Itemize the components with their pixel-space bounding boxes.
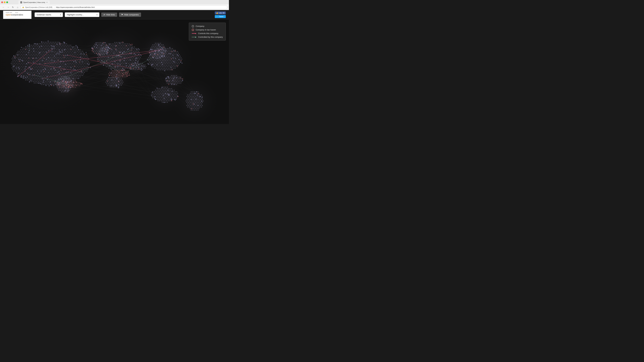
tax-haven-circle-icon xyxy=(192,29,194,31)
active-tab[interactable]: OpenCorporates | How comple... ✕ xyxy=(18,0,50,4)
hide-companies-button[interactable]: ⚑ Hide companies xyxy=(119,12,141,17)
legend-tax-haven: Company in tax haven xyxy=(192,28,223,31)
controls-arrow-icon: ▶ xyxy=(195,32,196,34)
home-button[interactable]: ⌂ xyxy=(16,5,20,9)
refresh-button[interactable]: ↻ xyxy=(11,5,15,9)
legend-company: Company xyxy=(192,25,223,27)
url-full: https://opencorporates.com/viz/financial… xyxy=(56,6,95,8)
nav-bar: ← → ↻ ⌂ 🔒 OpenCorporates (Chrinon Ltd) [… xyxy=(0,4,229,10)
logo-wordmark: opencorporates xyxy=(6,13,23,16)
app-header: Made with from opencorporates ..... Gold… xyxy=(0,10,229,19)
maximize-button[interactable] xyxy=(6,1,8,3)
logo-dots: ..... xyxy=(6,16,9,17)
header-controls: Goldman Sachs JPMorgan Chase Morgan Stan… xyxy=(34,11,226,18)
hide-companies-icon: ⚑ xyxy=(121,13,123,16)
browser-chrome: OpenCorporates | How comple... ✕ ← → ↻ ⌂… xyxy=(0,0,229,10)
close-button[interactable] xyxy=(1,1,3,3)
logo-open: open xyxy=(6,13,11,16)
logo-corporates: corporates xyxy=(11,13,23,16)
tab-title: OpenCorporates | How comple... xyxy=(23,1,45,3)
social-buttons: 👍 Like 68 🐦 Tweet xyxy=(215,11,226,18)
company-select-wrapper: Goldman Sachs JPMorgan Chase Morgan Stan… xyxy=(34,12,63,17)
twitter-icon: 🐦 xyxy=(216,15,218,17)
like-label: Like xyxy=(219,12,222,14)
url-separator: | xyxy=(54,6,54,8)
controls-line-icon xyxy=(192,33,195,34)
controlled-line-icon xyxy=(192,37,195,37)
address-bar[interactable]: 🔒 OpenCorporates (Chrinon Ltd) [GB] | ht… xyxy=(20,5,227,9)
hide-links-label: Hide links xyxy=(106,13,115,16)
legend-controls: ▶ Controls this company xyxy=(192,32,223,34)
facebook-like-button[interactable]: 👍 Like 68 xyxy=(215,11,226,14)
hide-links-icon: ⇄ xyxy=(104,13,105,16)
tab-favicon xyxy=(20,1,22,3)
controlled-label: Controlled by this company xyxy=(198,36,223,38)
tweet-label: Tweet xyxy=(219,15,224,17)
country-select-wrapper: Highlight country... United States Unite… xyxy=(65,12,99,17)
company-label: Company xyxy=(196,25,204,27)
legend-controlled: ▶ Controlled by this company xyxy=(192,36,223,38)
company-circle-icon xyxy=(192,25,194,27)
viz-container[interactable]: Company Company in tax haven ▶ Controls … xyxy=(0,19,229,124)
minimize-button[interactable] xyxy=(4,1,6,3)
like-count: 68 xyxy=(223,12,224,14)
forward-button[interactable]: → xyxy=(6,5,10,9)
facebook-icon: 👍 xyxy=(216,12,218,14)
twitter-tweet-button[interactable]: 🐦 Tweet xyxy=(215,15,226,18)
url-site-name: OpenCorporates (Chrinon Ltd) [GB] xyxy=(25,6,52,8)
lock-icon: 🔒 xyxy=(22,6,24,8)
hide-companies-label: Hide companies xyxy=(124,13,139,16)
title-bar: OpenCorporates | How comple... ✕ xyxy=(0,0,229,4)
country-select[interactable]: Highlight country... United States Unite… xyxy=(65,12,99,17)
tab-close-button[interactable]: ✕ xyxy=(46,1,48,3)
company-select[interactable]: Goldman Sachs JPMorgan Chase Morgan Stan… xyxy=(34,12,63,17)
from-text: from xyxy=(15,12,18,13)
legend-panel: Company Company in tax haven ▶ Controls … xyxy=(189,23,226,40)
logo-tagline: Made with from xyxy=(6,12,18,13)
back-button[interactable]: ← xyxy=(2,5,5,9)
logo-container: Made with from opencorporates ..... xyxy=(3,11,32,19)
made-with-text: Made with xyxy=(6,12,12,13)
controlled-arrow-icon: ▶ xyxy=(195,36,196,38)
controls-label: Controls this company xyxy=(198,32,218,34)
tax-haven-label: Company in tax haven xyxy=(196,28,216,31)
hide-links-button[interactable]: ⇄ Hide links xyxy=(101,12,117,17)
traffic-lights xyxy=(1,1,8,3)
